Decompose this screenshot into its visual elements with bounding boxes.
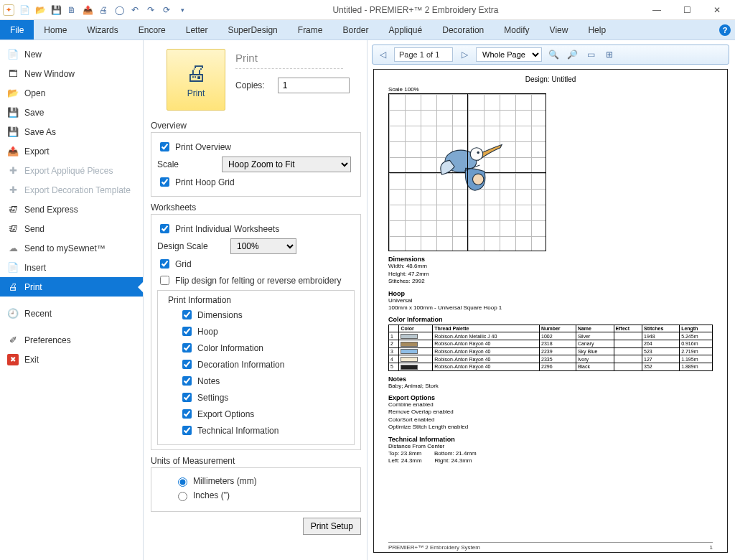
- window-title: Untitled - PREMIER+™ 2 Embroidery Extra: [189, 5, 642, 15]
- units-group: Millimeters (mm) Inches ("): [151, 467, 361, 512]
- qat-new-icon[interactable]: 📄: [17, 3, 32, 17]
- export-title: Export Options: [388, 394, 713, 401]
- send-express-icon: 🖅: [7, 204, 19, 215]
- sidebar-item-new-window[interactable]: 🗔New Window: [0, 64, 143, 83]
- qat-undo-icon[interactable]: ↶: [128, 3, 142, 17]
- qat-dropdown-icon[interactable]: ▾: [175, 3, 189, 17]
- qat-redo-icon[interactable]: ↷: [144, 3, 158, 17]
- open-icon: 📂: [7, 88, 19, 99]
- menu-encore[interactable]: Encore: [128, 20, 176, 39]
- printer-icon: 🖨: [185, 61, 207, 85]
- sidebar-item-insert[interactable]: 📄Insert: [0, 258, 143, 277]
- prev-page-button[interactable]: ◁: [375, 47, 390, 62]
- print-individual-checkbox[interactable]: Print Individual Worksheets: [157, 222, 279, 235]
- sidebar-item-preferences[interactable]: ✐Preferences: [0, 330, 143, 350]
- print-setup-button[interactable]: Print Setup: [303, 518, 361, 535]
- menu-decoration[interactable]: Decoration: [432, 20, 494, 39]
- menu-bar: File Home Wizards Encore Letter SuperDes…: [0, 20, 735, 40]
- notes-checkbox[interactable]: Notes: [179, 374, 220, 388]
- menu-home[interactable]: Home: [34, 20, 77, 39]
- technical-checkbox[interactable]: Technical Information: [179, 424, 278, 437]
- help-icon[interactable]: [715, 24, 735, 36]
- scale-select[interactable]: Hoop Zoom to Fit: [222, 157, 351, 172]
- worksheets-group: Print Individual Worksheets Design Scale…: [151, 214, 361, 450]
- qat-export-icon[interactable]: 📤: [80, 3, 95, 17]
- print-overview-checkbox[interactable]: Print Overview: [157, 140, 231, 154]
- page-indicator[interactable]: Page 1 of 1: [394, 47, 453, 62]
- sidebar-item-save[interactable]: 💾Save: [0, 103, 143, 122]
- sidebar-item-send-express[interactable]: 🖅Send Express: [0, 200, 143, 219]
- export-applique-icon: ✚: [7, 165, 19, 177]
- print-button[interactable]: 🖨 Print: [167, 49, 225, 111]
- sidebar-item-export[interactable]: 📤Export: [0, 141, 143, 161]
- page-footer: PREMIER+™ 2 Embroidery System 1: [388, 542, 713, 551]
- sidebar-item-new[interactable]: 📄New: [0, 45, 143, 64]
- colorinfo-title: Color Information: [388, 316, 713, 323]
- new-icon: 📄: [7, 49, 19, 60]
- sidebar-item-recent[interactable]: 🕘Recent: [0, 304, 143, 323]
- print-options-panel: 🖨 Print Print Copies: Overview Print Ove…: [144, 40, 368, 560]
- qat-open-icon[interactable]: 📂: [33, 3, 47, 17]
- colorinfo-checkbox[interactable]: Color Information: [179, 341, 263, 355]
- qat-saveas-icon[interactable]: 🗎: [65, 3, 79, 17]
- qat-send-icon[interactable]: ◯: [112, 3, 126, 17]
- menu-wizards[interactable]: Wizards: [77, 20, 128, 39]
- sidebar-item-save-as[interactable]: 💾Save As: [0, 122, 143, 141]
- svg-point-1: [470, 148, 483, 161]
- hoop-grid: [388, 93, 546, 251]
- maximize-button[interactable]: ☐: [672, 0, 702, 20]
- settings-checkbox[interactable]: Settings: [179, 391, 228, 404]
- qat-print-icon[interactable]: 🖨: [96, 3, 111, 17]
- dimensions-checkbox[interactable]: Dimensions: [179, 308, 243, 322]
- qat-refresh-icon[interactable]: ⟳: [159, 3, 174, 17]
- decorationinfo-checkbox[interactable]: Decoration Information: [179, 358, 284, 371]
- print-title: Print: [235, 49, 343, 69]
- scale-label: Scale: [157, 159, 215, 169]
- exportoptions-checkbox[interactable]: Export Options: [179, 407, 254, 421]
- zoom-out-button[interactable]: 🔍: [546, 47, 561, 62]
- menu-view[interactable]: View: [540, 20, 579, 39]
- sidebar-item-print[interactable]: 🖨Print: [0, 277, 143, 297]
- next-page-button[interactable]: ▷: [457, 47, 472, 62]
- single-page-button[interactable]: ▭: [584, 47, 598, 62]
- menu-help[interactable]: Help: [578, 20, 616, 39]
- stork-artwork: [429, 126, 508, 205]
- zoom-in-button[interactable]: 🔎: [565, 47, 579, 62]
- print-hoop-grid-checkbox[interactable]: Print Hoop Grid: [157, 175, 235, 189]
- zoom-select[interactable]: Whole Page: [476, 47, 542, 62]
- copies-input[interactable]: [278, 78, 350, 93]
- notes-title: Notes: [388, 375, 713, 383]
- menu-superdesign[interactable]: SuperDesign: [217, 20, 287, 39]
- sidebar-item-send-mysewnet[interactable]: ☁Send to mySewnet™: [0, 238, 143, 258]
- close-button[interactable]: ✕: [702, 0, 732, 20]
- overview-group: Print Overview Scale Hoop Zoom to Fit Pr…: [151, 132, 361, 197]
- menu-letter[interactable]: Letter: [176, 20, 218, 39]
- preferences-icon: ✐: [7, 335, 19, 346]
- print-information-title: Print Information: [165, 295, 234, 305]
- print-icon: 🖨: [7, 281, 19, 293]
- menu-frame[interactable]: Frame: [288, 20, 333, 39]
- hoop-checkbox[interactable]: Hoop: [179, 325, 218, 338]
- exit-icon: ✖: [7, 354, 19, 365]
- menu-file[interactable]: File: [0, 20, 34, 39]
- sidebar-item-exit[interactable]: ✖Exit: [0, 350, 143, 369]
- flip-checkbox[interactable]: Flip design for felting or reverse embro…: [157, 274, 341, 287]
- units-mm-radio[interactable]: Millimeters (mm): [174, 475, 257, 487]
- design-title: Design: Untitled: [388, 75, 713, 83]
- menu-modify[interactable]: Modify: [494, 20, 539, 39]
- overview-title: Overview: [151, 121, 361, 131]
- sidebar-item-open[interactable]: 📂Open: [0, 83, 143, 103]
- units-inches-radio[interactable]: Inches ("): [174, 490, 230, 501]
- minimize-button[interactable]: —: [642, 0, 672, 20]
- menu-applique[interactable]: Appliqué: [379, 20, 433, 39]
- sidebar-item-send[interactable]: 🖅Send: [0, 219, 143, 238]
- color-table: ColorThread PaletteNumberNameEffectStitc…: [388, 325, 713, 370]
- qat-save-icon[interactable]: 💾: [49, 3, 63, 17]
- save-icon: 💾: [7, 107, 19, 118]
- menu-border[interactable]: Border: [332, 20, 378, 39]
- app-icon: [3, 4, 14, 16]
- multi-page-button[interactable]: ⊞: [602, 47, 617, 62]
- grid-checkbox[interactable]: Grid: [157, 257, 192, 271]
- design-scale-select[interactable]: 100%: [230, 238, 296, 254]
- cloud-icon: ☁: [7, 243, 19, 254]
